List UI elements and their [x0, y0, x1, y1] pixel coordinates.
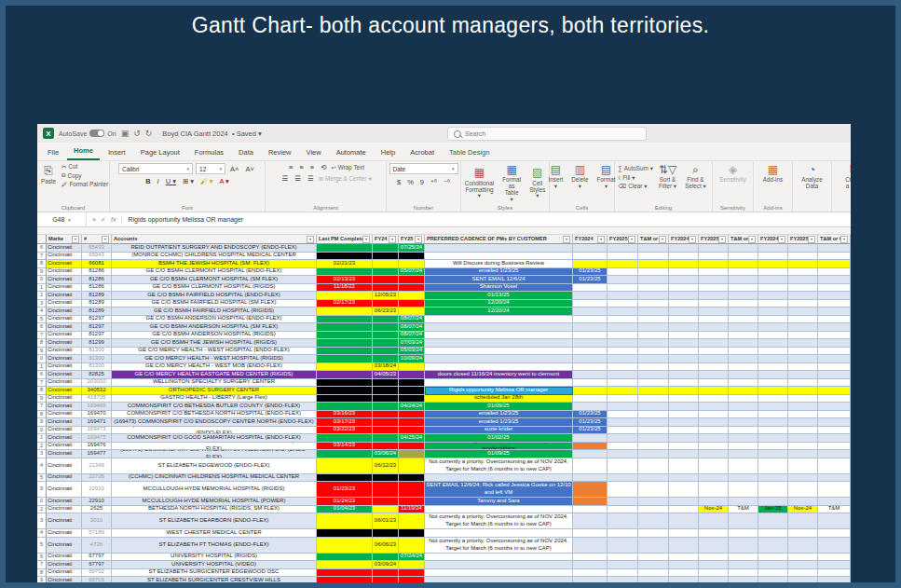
- cell-fy-schedule[interactable]: [573, 348, 607, 356]
- cell-preferred-cadence[interactable]: scheduled Jan 28th: [425, 395, 573, 403]
- cell-fy-schedule[interactable]: [758, 411, 788, 419]
- cell-fy-schedule[interactable]: [699, 427, 729, 435]
- cell-fy24-pm[interactable]: 06/01/23: [373, 513, 399, 529]
- cell-fy-schedule[interactable]: [788, 395, 818, 403]
- cell-fy-schedule[interactable]: [699, 339, 729, 348]
- cell-fy-schedule[interactable]: [573, 569, 607, 578]
- cell-fy25-pm[interactable]: [399, 474, 425, 483]
- cell-account-number[interactable]: 3010: [82, 513, 112, 529]
- column-header-fy24-pm[interactable]: FY24 PM▾: [373, 235, 399, 244]
- cell-preferred-cadence[interactable]: Not currently a priority. Overconsuming …: [425, 538, 573, 554]
- cell-market[interactable]: Cincinnati: [47, 538, 82, 554]
- cell-fy-schedule[interactable]: [788, 308, 818, 316]
- cell-preferred-cadence[interactable]: Not currently a priority. Overconsuming …: [425, 513, 573, 529]
- cell-preferred-cadence[interactable]: Not currently a priority. Overconsuming …: [425, 458, 573, 474]
- cell-fy24-pm[interactable]: [373, 569, 399, 578]
- cell-fy-schedule[interactable]: [699, 577, 729, 582]
- cell-fy-schedule[interactable]: [607, 339, 638, 348]
- cell-fy-schedule[interactable]: [607, 538, 638, 554]
- cell-account-name[interactable]: COMMONSPIRIT C/O BETHESDA BUTLER COUNTY …: [112, 403, 317, 411]
- cell-fy-schedule[interactable]: T&M: [818, 506, 851, 514]
- cell-preferred-cadence[interactable]: [425, 379, 573, 388]
- cell-account-name[interactable]: GE C/O MERCY HEALTH EASTGATE MED CENTER …: [112, 371, 317, 379]
- cell-fy-schedule[interactable]: [607, 506, 638, 514]
- cell-account-name[interactable]: ST ELIZABETH SURGICENTER EDGEWOOD OSC: [112, 569, 317, 578]
- format-painter-button[interactable]: 🖉 Format Painter: [61, 181, 108, 187]
- cell-last-pm-completed[interactable]: 11/18/22: [317, 284, 373, 293]
- cell-fy-schedule[interactable]: [788, 498, 818, 506]
- cell-fy25-pm[interactable]: 04/24/24: [399, 403, 425, 411]
- cell-fy-schedule[interactable]: [818, 577, 851, 582]
- cell-last-pm-completed[interactable]: [317, 569, 373, 578]
- cell-account-number[interactable]: 22910: [82, 498, 112, 506]
- cell-fy-schedule[interactable]: [758, 292, 788, 300]
- cell-fy-schedule[interactable]: [607, 308, 638, 316]
- cell-last-pm-completed[interactable]: [317, 403, 373, 411]
- cell-fy-schedule[interactable]: [699, 569, 729, 578]
- filter-dropdown-icon[interactable]: ▾: [689, 236, 696, 243]
- cell-fy-schedule[interactable]: [638, 339, 669, 348]
- cell-market[interactable]: Cincinnati: [47, 332, 82, 340]
- menu-tab-help[interactable]: Help: [375, 145, 402, 160]
- cell-market[interactable]: Cincinnati: [47, 427, 82, 435]
- column-header-t-m-or-caf[interactable]: T&M or CAF▾: [638, 235, 669, 244]
- underline-button[interactable]: U ▾: [164, 177, 178, 185]
- cell-preferred-cadence[interactable]: 01/09/25: [425, 403, 573, 411]
- row-number[interactable]: 3: [37, 513, 47, 529]
- cell-market[interactable]: Cincinnati: [47, 355, 82, 363]
- cell-fy-schedule[interactable]: [758, 244, 788, 253]
- cell-fy-schedule[interactable]: [788, 554, 818, 562]
- filter-dropdown-icon[interactable]: ▾: [415, 236, 422, 243]
- cell-fy-schedule[interactable]: [607, 316, 638, 324]
- cell-fy-schedule[interactable]: [699, 244, 729, 253]
- cell-fy24-pm[interactable]: 04/05/23: [373, 371, 399, 379]
- cell-fy-schedule[interactable]: [818, 418, 851, 427]
- cell-fy-schedule[interactable]: [669, 395, 699, 403]
- filter-dropdown-icon[interactable]: ▾: [389, 236, 396, 243]
- cell-fy-schedule[interactable]: [699, 379, 729, 388]
- cell-account-number[interactable]: 81300: [82, 348, 112, 356]
- cell-preferred-cadence[interactable]: [425, 529, 573, 538]
- cell-fy-schedule[interactable]: [788, 371, 818, 379]
- cell-fy-schedule[interactable]: [607, 244, 638, 253]
- cell-fy-schedule[interactable]: [573, 363, 607, 372]
- cell-fy-schedule[interactable]: [669, 561, 699, 569]
- cell-fy25-pm[interactable]: [399, 371, 425, 379]
- cell-fy-schedule[interactable]: [729, 482, 758, 498]
- cell-fy24-pm[interactable]: [373, 339, 399, 348]
- cell-preferred-cadence[interactable]: 12/20/24: [425, 308, 573, 316]
- column-header-fy20245[interactable]: FY20245▾: [758, 235, 788, 244]
- cell-fy-schedule[interactable]: [758, 379, 788, 388]
- cell-fy-schedule[interactable]: [607, 427, 638, 435]
- cell-fy-schedule[interactable]: [758, 577, 788, 582]
- cell-fy-schedule[interactable]: [788, 403, 818, 411]
- font-color-button[interactable]: A ▾: [217, 177, 230, 185]
- row-number[interactable]: 9: [37, 268, 47, 277]
- cell-market[interactable]: Cincinnati: [47, 244, 82, 253]
- create-pdf-button[interactable]: ⎗ Createa PDF: [842, 163, 851, 191]
- cell-fy-schedule[interactable]: [758, 253, 788, 261]
- cell-fy-schedule[interactable]: [788, 260, 818, 268]
- cell-fy24-pm[interactable]: [373, 443, 399, 451]
- cell-fy-schedule[interactable]: [818, 316, 851, 324]
- cell-fy-schedule[interactable]: [818, 300, 851, 308]
- cell-fy-schedule[interactable]: [788, 458, 818, 474]
- cell-fy-schedule[interactable]: [699, 371, 729, 379]
- cell-fy-schedule[interactable]: [818, 554, 851, 562]
- cell-account-name[interactable]: COMMONSPIRIT C/O BETHESDA NORTH HOSPITAL…: [112, 411, 317, 419]
- cell-market[interactable]: Cincinnati: [47, 498, 82, 506]
- cell-fy-schedule[interactable]: [729, 458, 758, 474]
- menu-tab-page-layout[interactable]: Page Layout: [134, 145, 186, 160]
- cell-fy-schedule[interactable]: [818, 348, 851, 356]
- cell-fy-schedule[interactable]: [788, 569, 818, 578]
- cell-fy-schedule[interactable]: [607, 300, 638, 308]
- cell-fy-schedule[interactable]: [729, 387, 758, 395]
- cell-fy-schedule[interactable]: [758, 498, 788, 506]
- row-number[interactable]: 5: [37, 474, 47, 483]
- cell-fy-schedule[interactable]: [607, 474, 638, 483]
- cell-market[interactable]: Cincinnati: [47, 403, 82, 411]
- cell-fy-schedule[interactable]: [818, 276, 851, 284]
- cell-fy-schedule[interactable]: [758, 284, 788, 293]
- cell-fy-schedule[interactable]: [573, 434, 607, 443]
- cell-fy-schedule[interactable]: [573, 292, 607, 300]
